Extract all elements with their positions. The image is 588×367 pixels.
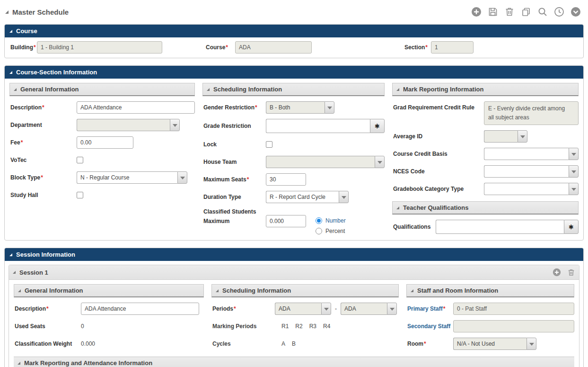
period-to-select[interactable]: ADA: [341, 303, 397, 315]
session-information-panel-header[interactable]: Session Information: [5, 248, 583, 261]
course-field[interactable]: [235, 41, 312, 54]
grade-restriction-field[interactable]: [266, 119, 370, 133]
collapse-triangle-icon: [9, 71, 12, 74]
chevron-down-icon[interactable]: [527, 338, 536, 350]
chevron-down-icon[interactable]: [321, 303, 331, 315]
votec-label: VoTec: [10, 157, 77, 164]
percent-radio-option[interactable]: Percent: [316, 228, 346, 234]
collapse-triangle-icon: [396, 206, 399, 209]
cycles-label: Cycles: [212, 340, 275, 348]
toolbar: [471, 7, 583, 17]
classified-students-radio-group: Number Percent: [316, 217, 346, 234]
department-label: Department: [10, 122, 77, 129]
house-team-label: House Team: [203, 159, 266, 166]
general-information-header[interactable]: General Information: [9, 83, 195, 96]
house-team-select[interactable]: [266, 156, 385, 168]
mark-reporting-information-header[interactable]: Mark Reporting Information: [392, 83, 579, 96]
scheduling-information-section: Scheduling Information Gender Restrictio…: [202, 83, 385, 234]
session-description-label: Description: [15, 305, 81, 313]
collapse-all-button[interactable]: [570, 7, 581, 17]
chevron-down-icon[interactable]: [325, 101, 334, 114]
gender-restriction-select[interactable]: B - Both: [266, 101, 334, 114]
chevron-down-icon[interactable]: [339, 191, 349, 203]
maximum-seats-label: Maximum Seats: [203, 176, 266, 183]
secondary-staff-field[interactable]: [453, 320, 574, 332]
grad-requirement-credit-rule-field: E - Evenly divide credit among all subje…: [484, 101, 579, 125]
chevron-down-icon[interactable]: [569, 183, 579, 195]
session-description-field[interactable]: [81, 303, 199, 315]
chevron-down-icon[interactable]: [375, 156, 385, 168]
maximum-seats-field[interactable]: [266, 173, 306, 186]
fee-field[interactable]: [77, 136, 133, 149]
session-scheduling-information-header[interactable]: Scheduling Information: [211, 284, 399, 297]
course-section-panel-title: Course-Section Information: [16, 69, 97, 76]
primary-staff-label[interactable]: Primary Staff: [407, 305, 453, 313]
search-icon: [537, 7, 548, 17]
chevron-down-icon[interactable]: [170, 119, 180, 131]
secondary-staff-label[interactable]: Secondary Staff: [407, 323, 453, 330]
course-section-panel: Course-Section Information General Infor…: [4, 65, 584, 241]
building-field[interactable]: [37, 41, 162, 54]
study-hall-checkbox[interactable]: [77, 192, 83, 198]
chevron-down-icon[interactable]: [569, 165, 579, 178]
chevron-down-icon[interactable]: [518, 130, 527, 143]
votec-checkbox[interactable]: [77, 157, 83, 163]
number-radio-option[interactable]: Number: [316, 217, 346, 224]
chevron-down-icon[interactable]: [387, 303, 397, 315]
section-field[interactable]: [431, 41, 474, 54]
room-label: Room: [407, 340, 453, 348]
average-id-select[interactable]: [484, 130, 527, 143]
chevron-down-icon[interactable]: [177, 171, 187, 184]
percent-radio: [316, 228, 322, 234]
gradebook-category-type-select[interactable]: [484, 183, 579, 195]
period-from-select[interactable]: ADA: [275, 303, 331, 315]
chevron-down-circle-icon: [570, 7, 581, 17]
marking-periods-row: Marking Periods R1 R2 R3 R4: [212, 320, 399, 332]
department-select[interactable]: [77, 119, 180, 131]
description-label: Description: [10, 104, 77, 111]
mark-reporting-attendance-header[interactable]: Mark Reporting and Attendance Informatio…: [14, 357, 574, 367]
nces-code-select[interactable]: [484, 165, 579, 178]
course-panel-header[interactable]: Course: [5, 25, 583, 37]
asterisk-picker-button[interactable]: ✱: [370, 119, 385, 133]
master-schedule-page: Master Schedule: [0, 0, 588, 367]
delete-session-button[interactable]: [567, 268, 575, 277]
teacher-qualifications-header[interactable]: Teacher Qualifications: [392, 201, 579, 215]
building-label: Building: [10, 44, 37, 51]
staff-and-room-information-header[interactable]: Staff and Room Information: [406, 284, 574, 297]
classified-students-maximum-label: Classified Students Maximum: [203, 208, 266, 225]
collapse-triangle-icon: [13, 271, 16, 274]
fee-label: Fee: [10, 139, 77, 146]
asterisk-picker-button[interactable]: ✱: [564, 220, 579, 234]
marking-periods-label: Marking Periods: [212, 323, 275, 330]
add-session-button[interactable]: [553, 268, 561, 277]
qualifications-field[interactable]: [436, 220, 564, 234]
session-scheduling-information-section: Scheduling Information Periods ADA - ADA: [211, 284, 399, 350]
course-section-panel-header[interactable]: Course-Section Information: [5, 66, 583, 79]
duration-type-select[interactable]: R - Report Card Cycle: [266, 191, 349, 203]
lock-checkbox[interactable]: [266, 141, 272, 148]
primary-staff-field[interactable]: [453, 303, 574, 315]
session-information-panel-title: Session Information: [16, 251, 75, 258]
search-button[interactable]: [537, 7, 548, 17]
scheduling-information-header[interactable]: Scheduling Information: [202, 83, 385, 96]
chevron-down-icon[interactable]: [569, 148, 579, 160]
session-1-header[interactable]: Session 1: [9, 265, 579, 280]
course-credit-basis-select[interactable]: [484, 148, 579, 160]
session-general-information-header[interactable]: General Information: [14, 284, 204, 297]
copy-button[interactable]: [521, 7, 531, 17]
room-select[interactable]: N/A - Not Used: [453, 338, 536, 350]
section-label: Section: [404, 44, 431, 51]
delete-button[interactable]: [504, 7, 515, 17]
collapse-triangle-icon[interactable]: [5, 10, 9, 14]
block-type-select[interactable]: N - Regular Course: [77, 171, 187, 184]
periods-label: Periods: [212, 305, 275, 313]
history-button[interactable]: [554, 7, 564, 17]
grade-restriction-combo: ✱: [266, 119, 385, 133]
description-field[interactable]: [77, 101, 195, 114]
clock-icon: [554, 7, 564, 17]
save-button[interactable]: [488, 7, 498, 17]
title-bar: Master Schedule: [4, 5, 584, 17]
add-button[interactable]: [471, 7, 482, 17]
classified-students-maximum-field[interactable]: [266, 215, 306, 227]
